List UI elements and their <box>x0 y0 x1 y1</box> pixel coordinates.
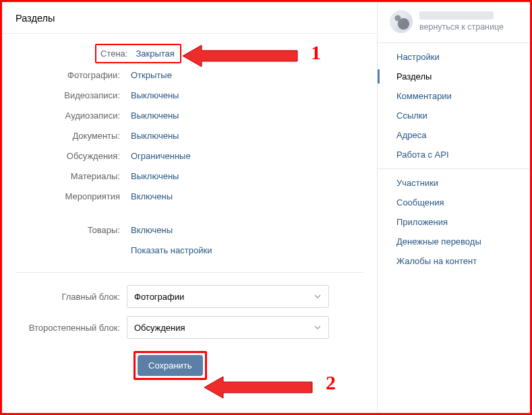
sidebar-item-members[interactable]: Участники <box>378 173 530 193</box>
section-value[interactable]: Открытые <box>127 68 176 82</box>
select-value: Обсуждения <box>134 323 185 333</box>
section-row: Фотографии: Открытые <box>16 65 363 85</box>
section-label: Мероприятия <box>16 191 127 201</box>
sidebar-nav-group-1: Настройки Разделы Комментарии Ссылки Адр… <box>378 43 530 169</box>
sidebar-item-comments[interactable]: Комментарии <box>378 86 530 106</box>
secondary-block-select[interactable]: Обсуждения <box>127 316 329 339</box>
sections-list: Стена: Закрытая Фотографии: Открытые Вид… <box>2 34 377 380</box>
goods-show-settings-row: Показать настройки <box>16 240 363 260</box>
main-block-select[interactable]: Фотографии <box>127 285 329 308</box>
show-settings-link[interactable]: Показать настройки <box>127 243 216 257</box>
select-label: Главный блок: <box>16 292 127 302</box>
sidebar-item-messages[interactable]: Сообщения <box>378 193 530 212</box>
section-label: Видеозаписи: <box>16 90 127 100</box>
back-to-page-link: вернуться к странице <box>419 22 504 32</box>
section-value[interactable]: Выключены <box>127 108 183 123</box>
section-value[interactable]: Выключены <box>127 169 183 183</box>
save-button[interactable]: Сохранить <box>138 355 203 376</box>
secondary-block-row: Второстепенный блок: Обсуждения <box>16 316 363 339</box>
highlight-save: Сохранить <box>134 351 207 380</box>
section-row-wall: Стена: Закрытая <box>16 43 363 63</box>
select-label: Второстепенный блок: <box>16 323 127 333</box>
section-value[interactable]: Ограниченные <box>127 149 195 163</box>
profile-name-placeholder <box>419 11 494 20</box>
section-row: Мероприятия Включены <box>16 186 363 206</box>
section-value[interactable]: Выключены <box>127 129 183 143</box>
sidebar-item-transfers[interactable]: Денежные переводы <box>378 232 530 251</box>
sidebar-item-links[interactable]: Ссылки <box>378 106 530 125</box>
section-label: Фотографии: <box>16 70 127 80</box>
section-row: Материалы: Выключены <box>16 166 363 186</box>
section-row: Аудиозаписи: Выключены <box>16 105 363 125</box>
highlight-wall: Стена: Закрытая <box>95 44 181 63</box>
section-label: Материалы: <box>16 171 127 181</box>
section-label: Документы: <box>16 131 127 141</box>
section-label: Стена: <box>98 49 131 59</box>
sidebar-item-reports[interactable]: Жалобы на контент <box>378 251 530 271</box>
section-value[interactable]: Включены <box>127 223 177 237</box>
section-value[interactable]: Включены <box>127 189 177 203</box>
sidebar-item-sections[interactable]: Разделы <box>378 67 530 86</box>
save-area: Сохранить <box>134 347 363 380</box>
sidebar-item-addresses[interactable]: Адреса <box>378 125 530 145</box>
section-value[interactable]: Выключены <box>127 88 183 102</box>
sidebar-nav-group-2: Участники Сообщения Приложения Денежные … <box>378 169 530 275</box>
avatar <box>390 10 413 33</box>
chevron-down-icon <box>314 292 322 300</box>
divider <box>16 272 363 273</box>
section-row: Видеозаписи: Выключены <box>16 85 363 105</box>
goods-row: Товары: Включены <box>16 220 363 240</box>
main-panel: Разделы Стена: Закрытая Фотографии: Откр… <box>2 2 377 413</box>
section-value[interactable]: Закрытая <box>131 46 178 61</box>
select-value: Фотографии <box>134 292 184 302</box>
profile-back[interactable]: вернуться к странице <box>378 2 530 43</box>
sidebar-item-settings[interactable]: Настройки <box>378 47 530 67</box>
section-row: Документы: Выключены <box>16 125 363 146</box>
page-title: Разделы <box>2 2 377 34</box>
sidebar: вернуться к странице Настройки Разделы К… <box>377 2 530 413</box>
section-label: Аудиозаписи: <box>16 110 127 121</box>
sidebar-item-apps[interactable]: Приложения <box>378 212 530 232</box>
main-block-row: Главный блок: Фотографии <box>16 285 363 308</box>
section-row: Обсуждения: Ограниченные <box>16 146 363 166</box>
sidebar-item-api[interactable]: Работа с API <box>378 145 530 164</box>
section-label: Товары: <box>16 225 127 235</box>
section-label: Обсуждения: <box>16 151 127 161</box>
chevron-down-icon <box>314 323 322 331</box>
